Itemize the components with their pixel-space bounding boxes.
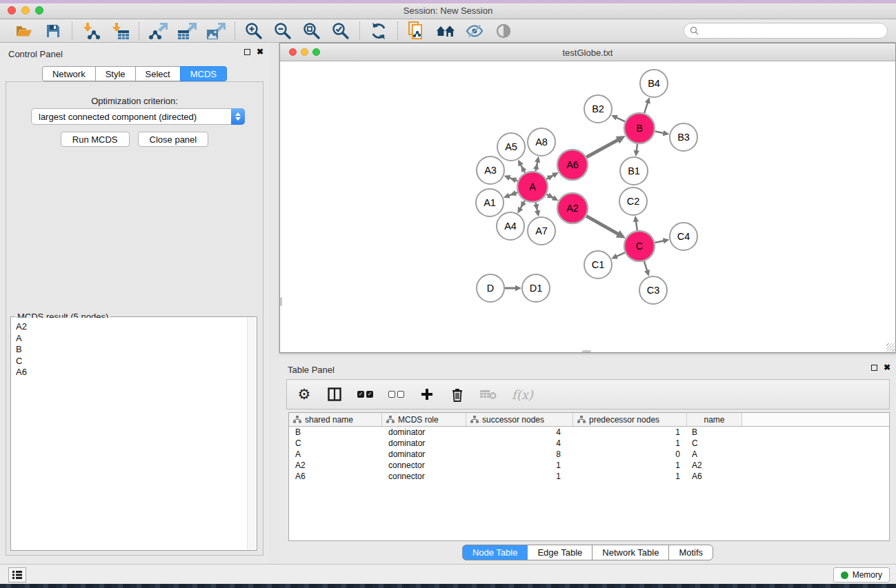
search-field[interactable] xyxy=(684,23,888,39)
tab-network-table[interactable]: Network Table xyxy=(592,545,669,560)
result-item[interactable]: A2 xyxy=(16,321,247,333)
table-cell[interactable]: 1 xyxy=(466,471,573,482)
graph-node-label: A1 xyxy=(484,197,496,208)
table-cell[interactable]: connector xyxy=(382,460,466,471)
table-row[interactable]: Cdominator41C xyxy=(289,438,889,449)
close-panel-button[interactable]: Close panel xyxy=(138,132,209,147)
save-session-icon[interactable] xyxy=(43,22,63,40)
table-cell[interactable]: A6 xyxy=(687,471,742,482)
table-cell[interactable]: 1 xyxy=(573,427,687,438)
table-settings-gear-icon[interactable]: ⚙ xyxy=(297,385,312,403)
tab-network[interactable]: Network xyxy=(42,66,96,81)
delete-table-icon[interactable] xyxy=(480,385,497,403)
memory-button[interactable]: Memory xyxy=(833,567,890,582)
function-builder-icon[interactable]: f(x) xyxy=(512,385,533,403)
result-item[interactable]: A6 xyxy=(16,367,247,378)
table-cell[interactable]: 1 xyxy=(573,460,687,471)
table-cell[interactable]: C xyxy=(687,438,742,449)
vertical-scroll-indicator[interactable] xyxy=(280,297,282,306)
column-header-MCDS-role[interactable]: MCDS role xyxy=(382,413,466,426)
export-image-icon[interactable] xyxy=(206,22,226,40)
create-column-plus-icon[interactable] xyxy=(419,385,435,403)
tab-motifs[interactable]: Motifs xyxy=(668,545,713,560)
import-table-icon[interactable] xyxy=(110,22,130,40)
edge-A6-B[interactable] xyxy=(586,138,621,157)
criterion-dropdown[interactable]: largest connected component (directed) xyxy=(31,108,245,125)
column-header-successor-nodes[interactable]: successor nodes xyxy=(466,413,573,426)
zoom-in-icon[interactable] xyxy=(244,22,263,40)
export-table-icon[interactable] xyxy=(177,22,197,40)
column-header-filler xyxy=(742,413,889,426)
table-cell[interactable]: 1 xyxy=(573,438,687,449)
table-cell[interactable]: 8 xyxy=(466,449,573,460)
table-cell[interactable]: A2 xyxy=(289,460,382,471)
column-header-name[interactable]: name xyxy=(687,413,742,426)
table-row[interactable]: A2connector11A2 xyxy=(289,460,889,471)
task-history-button[interactable] xyxy=(8,567,26,582)
network-canvas[interactable]: AA1A2A3A4A5A6A7A8BB1B2B3B4CC1C2C3C4DD1 xyxy=(280,62,895,352)
open-session-icon[interactable] xyxy=(14,22,34,40)
table-cell[interactable]: connector xyxy=(382,471,466,482)
horizontal-scroll-indicator[interactable] xyxy=(582,350,591,352)
float-table-panel-icon[interactable] xyxy=(871,365,877,371)
tab-style[interactable]: Style xyxy=(95,66,136,81)
tab-mcds[interactable]: MCDS xyxy=(180,66,227,81)
table-cell[interactable]: 0 xyxy=(573,449,687,460)
float-panel-icon[interactable] xyxy=(244,49,250,55)
resize-grip[interactable] xyxy=(886,343,895,352)
column-header-predecessor-nodes[interactable]: predecessor nodes xyxy=(573,413,687,426)
edge-A2-C[interactable] xyxy=(586,216,621,236)
table-cell[interactable]: 1 xyxy=(466,460,573,471)
mcds-result-list[interactable]: A2ABCA6 xyxy=(12,318,247,549)
tab-edge-table[interactable]: Edge Table xyxy=(527,545,593,560)
clone-network-icon[interactable] xyxy=(407,22,426,40)
result-item[interactable]: C xyxy=(16,356,247,367)
column-header-shared-name[interactable]: shared name xyxy=(289,413,382,426)
result-item[interactable]: A xyxy=(16,333,247,345)
table-cell[interactable]: dominator xyxy=(382,449,466,460)
tab-select[interactable]: Select xyxy=(135,66,181,81)
edge-arrowhead xyxy=(504,193,510,199)
graph-node-label: A5 xyxy=(505,141,517,152)
home-icon[interactable] xyxy=(436,22,455,40)
search-input[interactable] xyxy=(702,26,882,36)
close-panel-icon[interactable]: ✖ xyxy=(257,48,263,55)
table-cell[interactable]: A6 xyxy=(289,471,382,482)
tab-node-table[interactable]: Node Table xyxy=(462,545,528,560)
table-cell[interactable]: C xyxy=(289,438,382,449)
select-all-columns-icon[interactable]: ✓✓ xyxy=(357,385,373,403)
table-cell[interactable]: A xyxy=(289,449,382,460)
table-cell[interactable]: 4 xyxy=(466,438,573,449)
result-item[interactable]: B xyxy=(16,344,247,356)
node-table[interactable]: shared nameMCDS rolesuccessor nodesprede… xyxy=(288,412,890,541)
show-columns-icon[interactable] xyxy=(327,385,342,403)
run-mcds-button[interactable]: Run MCDS xyxy=(61,132,130,147)
unselect-all-columns-icon[interactable] xyxy=(388,385,404,403)
table-row[interactable]: Bdominator41B xyxy=(289,427,889,438)
search-icon xyxy=(690,26,699,35)
network-window-titlebar[interactable]: testGlobe.txt xyxy=(280,43,895,61)
result-list-scrollbar[interactable] xyxy=(247,318,256,549)
graph-node-label: C4 xyxy=(677,231,690,242)
export-network-icon[interactable] xyxy=(148,22,168,40)
import-network-icon[interactable] xyxy=(81,22,101,40)
zoom-fit-icon[interactable] xyxy=(302,22,321,40)
table-cell[interactable]: 4 xyxy=(466,427,573,438)
refresh-icon[interactable] xyxy=(369,22,388,40)
table-cell[interactable]: B xyxy=(687,427,742,438)
table-cell[interactable]: B xyxy=(289,427,382,438)
zoom-out-icon[interactable] xyxy=(273,22,292,40)
table-cell[interactable]: dominator xyxy=(382,427,466,438)
table-row[interactable]: A6connector11A6 xyxy=(289,471,889,482)
close-table-panel-icon[interactable]: ✖ xyxy=(884,364,890,371)
zoom-selected-icon[interactable] xyxy=(331,22,350,40)
table-cell[interactable]: 1 xyxy=(573,471,687,482)
hide-details-icon[interactable] xyxy=(465,22,484,40)
delete-column-trash-icon[interactable] xyxy=(450,385,465,403)
table-cell[interactable]: A xyxy=(687,449,742,460)
table-cell[interactable]: dominator xyxy=(382,438,466,449)
table-cell[interactable]: A2 xyxy=(687,460,742,471)
show-details-icon[interactable] xyxy=(494,22,513,40)
edge-arrowhead xyxy=(644,270,650,276)
table-row[interactable]: Adominator80A xyxy=(289,449,889,460)
